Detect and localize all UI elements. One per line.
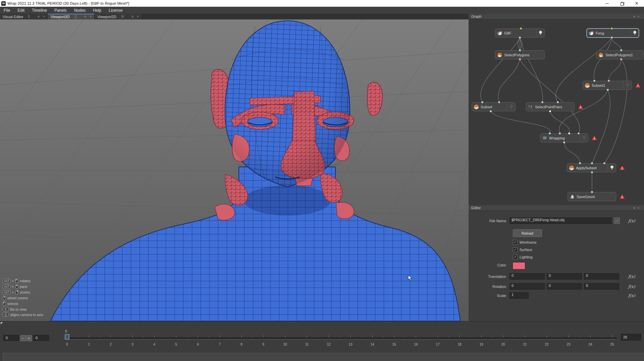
app-window: W Wrap 2021.11.3 TRIAL PERIOD (30 Days L… — [0, 0, 644, 361]
close-button[interactable]: ✕ — [629, 0, 644, 7]
graph-edges — [469, 19, 644, 205]
menu-item-panels[interactable]: Panels — [51, 7, 70, 14]
tab-menu-icon[interactable]: ≡ — [38, 15, 40, 18]
reload-button[interactable]: Reload — [513, 229, 542, 237]
menu-item-help[interactable]: Help — [89, 7, 105, 14]
node-port-top[interactable] — [519, 49, 521, 52]
node-port-bottom[interactable] — [519, 58, 521, 61]
viewport-3d[interactable]: ALT+rotatesALT+pansALT+zoomswheel zoomss… — [0, 19, 469, 321]
svg-text:12: 12 — [327, 343, 331, 346]
node-bulb-button[interactable] — [623, 81, 632, 89]
node-port-bottom[interactable] — [549, 110, 551, 113]
translation-field-1[interactable]: 0 — [547, 273, 582, 280]
tab-close-icon[interactable]: × — [43, 15, 45, 18]
browse-button[interactable]: ... — [614, 218, 620, 224]
tab-close-icon[interactable]: × — [137, 15, 139, 18]
node-port-top[interactable] — [498, 101, 500, 104]
node-port-bottom[interactable] — [489, 110, 492, 113]
node-port-top[interactable] — [591, 162, 593, 165]
graph-menu-icon[interactable]: ≡ — [633, 15, 637, 18]
timeline-ruler[interactable]: 0123456789101112131415161718192021222324… — [0, 321, 619, 352]
node-port-top[interactable] — [548, 132, 551, 135]
checkbox-wireframe[interactable]: ✓ — [513, 240, 518, 245]
rotation-field-0[interactable]: 0 — [509, 283, 545, 290]
transform-fx-button[interactable]: ƒ(x) — [628, 274, 635, 279]
mouse-w-icon — [3, 296, 6, 300]
translation-field-2[interactable]: 0 — [584, 273, 619, 280]
scale-field-0[interactable]: 1 — [509, 292, 529, 299]
node-bulb-button[interactable] — [507, 103, 515, 111]
node-port-bottom[interactable] — [591, 171, 593, 174]
graph-node-feng[interactable]: Feng — [587, 28, 639, 38]
checkbox-label: Surface — [520, 248, 532, 252]
node-port-top[interactable] — [579, 162, 581, 165]
node-port-top[interactable] — [556, 101, 559, 104]
svg-text:18: 18 — [458, 343, 462, 346]
svg-text:!: ! — [637, 84, 638, 87]
subset-icon — [569, 165, 574, 171]
node-warning: ! — [592, 135, 597, 141]
color-swatch[interactable] — [513, 262, 525, 269]
restore-button[interactable] — [614, 0, 629, 7]
range-end-field[interactable]: 25 — [621, 334, 641, 341]
node-port-bottom[interactable] — [519, 36, 521, 39]
transform-row-rotation: Rotation000ƒ(x) — [469, 283, 644, 290]
checkbox-row-wireframe[interactable]: ✓ Wireframe — [513, 240, 537, 245]
node-bulb-button[interactable] — [536, 29, 544, 37]
graph-node-subset[interactable]: Subset — [472, 102, 516, 111]
editor-close-icon[interactable]: × — [637, 206, 641, 210]
editor-menu-icon[interactable]: ≡ — [633, 206, 637, 210]
checkbox-surface[interactable]: ✓ — [513, 247, 518, 252]
tab-visual-editor[interactable]: Visual EditorE≡× — [0, 14, 48, 19]
graph-close-icon[interactable]: × — [637, 15, 641, 18]
file-name-input[interactable]: $PROJECT_DIR/Feng Head.obj — [509, 218, 612, 224]
node-port-top[interactable] — [481, 101, 484, 104]
tab-label: Viewport2D — [97, 15, 116, 19]
node-port-top[interactable] — [541, 101, 544, 104]
menu-item-nodes[interactable]: Nodes — [70, 7, 90, 14]
node-port-bottom[interactable] — [620, 58, 623, 61]
node-port-top[interactable] — [610, 27, 613, 30]
node-bulb-button[interactable] — [607, 164, 616, 172]
node-port-bottom[interactable] — [606, 88, 609, 91]
menu-bar: FileEditTimelinePanelsNodesHelpLicense — [0, 7, 644, 14]
graph-panel-header: Graph ≡× — [469, 14, 644, 19]
menu-item-license[interactable]: License — [105, 7, 126, 14]
node-bulb-button[interactable] — [580, 134, 588, 142]
file-fx-button[interactable]: ƒ(x) — [628, 219, 635, 223]
node-port-bottom[interactable] — [563, 141, 566, 144]
node-port-top[interactable] — [620, 49, 623, 52]
node-port-top[interactable] — [577, 132, 580, 135]
node-port-top[interactable] — [603, 162, 606, 165]
tab-viewport2d[interactable]: Viewport2DW≡× — [95, 14, 142, 19]
graph-node-savegeom[interactable]: SaveGeom — [568, 192, 616, 201]
key-badge: S — [3, 312, 9, 317]
node-graph-canvas[interactable]: G8F Feng SelectPolygons SelectPolygons1 … — [469, 19, 644, 205]
rotation-field-2[interactable]: 0 — [584, 283, 619, 290]
node-port-top[interactable] — [591, 191, 593, 193]
translation-field-0[interactable]: 0 — [509, 273, 545, 280]
tab-menu-icon[interactable]: ≡ — [84, 15, 86, 18]
menu-item-edit[interactable]: Edit — [14, 7, 28, 14]
tab-close-icon[interactable]: × — [90, 15, 92, 18]
transform-fx-button[interactable]: ƒ(x) — [628, 284, 635, 289]
node-port-top[interactable] — [568, 132, 571, 135]
tab-viewport3d[interactable]: Viewport3DQ≡× — [48, 14, 95, 19]
checkbox-lighting[interactable]: ✓ — [513, 255, 518, 259]
node-port-top[interactable] — [607, 79, 610, 82]
node-port-bottom[interactable] — [610, 36, 613, 39]
hint-row: wheel zooms — [3, 296, 43, 300]
minimize-button[interactable] — [600, 0, 614, 7]
node-bulb-button[interactable] — [630, 29, 639, 37]
menu-item-timeline[interactable]: Timeline — [28, 7, 51, 14]
checkbox-row-surface[interactable]: ✓ Surface — [513, 247, 532, 252]
checkbox-row-lighting[interactable]: ✓ Lighting — [513, 255, 533, 259]
tab-menu-icon[interactable]: ≡ — [131, 15, 133, 18]
rotation-field-1[interactable]: 0 — [547, 283, 582, 290]
transform-fx-button[interactable]: ƒ(x) — [628, 293, 635, 298]
node-port-top[interactable] — [520, 27, 522, 30]
node-port-top[interactable] — [593, 79, 596, 82]
node-port-top[interactable] — [558, 132, 561, 135]
svg-text:W: W — [543, 136, 547, 140]
menu-item-file[interactable]: File — [0, 7, 14, 14]
